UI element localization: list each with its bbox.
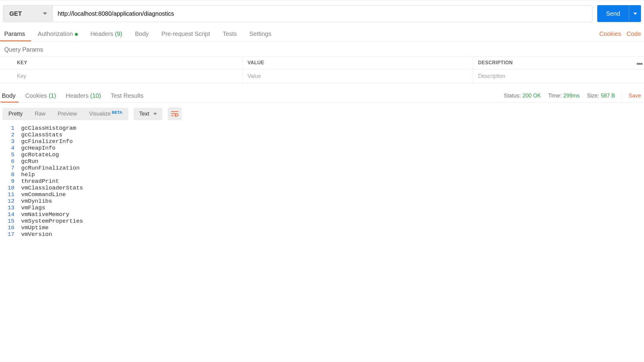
tab-body[interactable]: Body (135, 27, 149, 41)
code-line: 13vmFlags (0, 205, 644, 211)
tab-count: (1) (47, 92, 56, 99)
tab-pre-request-script[interactable]: Pre-request Script (161, 27, 210, 41)
line-text: gcClassHistogram (21, 125, 76, 132)
send-dropdown-button[interactable] (629, 5, 641, 22)
size-block: Size:587 B (587, 93, 615, 99)
line-number: 7 (0, 165, 21, 171)
line-text: vmFlags (21, 205, 45, 211)
response-tab-body[interactable]: Body (2, 89, 16, 102)
response-tab-test-results[interactable]: Test Results (111, 89, 144, 102)
request-tabs-row: ParamsAuthorizationHeaders (9)BodyPre-re… (0, 27, 644, 41)
line-number: 8 (0, 171, 21, 178)
line-text: gcHeapInfo (21, 145, 56, 151)
line-text: gcRun (21, 158, 38, 165)
size-value: 587 B (601, 93, 615, 99)
view-mode-pretty[interactable]: Pretty (2, 108, 29, 120)
chevron-down-icon (153, 113, 157, 115)
code-line: 10vmClassloaderStats (0, 185, 644, 191)
line-text: vmCommandLine (21, 191, 66, 198)
code-line: 4gcHeapInfo (0, 145, 644, 151)
right-links: Cookies Code (599, 30, 641, 37)
status-value: 200 OK (522, 93, 541, 99)
view-mode-preview[interactable]: Preview (52, 108, 83, 120)
line-text: vmDynlibs (21, 198, 52, 205)
size-label: Size: (587, 93, 599, 99)
tab-count: (9) (113, 30, 122, 37)
status-block: Status:200 OK (504, 93, 541, 99)
line-number: 11 (0, 191, 21, 198)
view-mode-visualize[interactable]: VisualizeBETA (83, 108, 128, 120)
line-number: 13 (0, 205, 21, 211)
more-icon[interactable]: ••• (636, 59, 642, 68)
wrap-lines-button[interactable] (168, 107, 182, 120)
line-number: 10 (0, 185, 21, 191)
body-format-select[interactable]: Text (134, 108, 162, 120)
qp-key-input[interactable]: Key (0, 69, 243, 83)
response-tabs: BodyCookies (1)Headers (10)Test Results (1, 89, 145, 102)
http-method-select[interactable]: GET (3, 5, 53, 22)
code-line: 15vmSystemProperties (0, 218, 644, 224)
tab-settings[interactable]: Settings (250, 27, 271, 41)
response-body-code[interactable]: 1gcClassHistogram2gcClassStats3gcFinaliz… (0, 125, 644, 238)
response-meta: Status:200 OK Time:299ms Size:587 B Save (504, 91, 644, 101)
body-format-label: Text (139, 111, 149, 117)
tab-count: (10) (88, 92, 101, 99)
line-number: 17 (0, 231, 21, 238)
query-params-table: KEY VALUE DESCRIPTION ••• Key Value Desc… (0, 56, 644, 83)
status-dot-icon (75, 33, 78, 36)
line-number: 6 (0, 158, 21, 165)
response-bar: BodyCookies (1)Headers (10)Test Results … (0, 89, 644, 103)
line-text: gcRotateLog (21, 151, 59, 158)
code-line: 17vmVersion (0, 231, 644, 238)
line-number: 12 (0, 198, 21, 205)
chevron-down-icon (633, 13, 637, 15)
code-line: 16vmUptime (0, 224, 644, 231)
code-line: 6gcRun (0, 158, 644, 165)
line-text: gcClassStats (21, 132, 62, 138)
send-button-group: Send (597, 5, 641, 22)
request-bar: GET Send (0, 0, 644, 27)
line-number: 14 (0, 211, 21, 218)
url-input[interactable] (53, 5, 592, 22)
code-link[interactable]: Code (626, 30, 641, 37)
line-number: 15 (0, 218, 21, 224)
line-number: 5 (0, 151, 21, 158)
wrap-icon (171, 111, 179, 117)
query-params-row[interactable]: Key Value Description (0, 69, 644, 83)
line-text: vmVersion (21, 231, 52, 238)
line-number: 16 (0, 224, 21, 231)
query-params-title: Query Params (0, 41, 644, 56)
code-line: 11vmCommandLine (0, 191, 644, 198)
code-line: 14vmNativeMemory (0, 211, 644, 218)
http-method-label: GET (9, 10, 22, 17)
tab-headers[interactable]: Headers (9) (91, 27, 123, 41)
code-line: 5gcRotateLog (0, 151, 644, 158)
code-line: 12vmDynlibs (0, 198, 644, 205)
response-tab-cookies[interactable]: Cookies (1) (25, 89, 56, 102)
tab-params[interactable]: Params (4, 27, 25, 41)
line-text: vmSystemProperties (21, 218, 83, 224)
line-number: 4 (0, 145, 21, 151)
body-view-controls: PrettyRawPreviewVisualizeBETA Text (0, 103, 644, 125)
tab-authorization[interactable]: Authorization (38, 27, 78, 41)
qp-value-input[interactable]: Value (243, 69, 473, 83)
view-mode-raw[interactable]: Raw (29, 108, 52, 120)
code-line: 9threadPrint (0, 178, 644, 185)
time-label: Time: (548, 93, 562, 99)
line-text: threadPrint (21, 178, 59, 185)
cookies-link[interactable]: Cookies (599, 30, 621, 37)
tab-tests[interactable]: Tests (223, 27, 237, 41)
qp-description-input[interactable]: Description (473, 69, 644, 83)
time-value: 299ms (563, 93, 580, 99)
beta-badge: BETA (112, 110, 122, 115)
line-text: gcRunFinalization (21, 165, 80, 171)
send-button[interactable]: Send (597, 5, 629, 22)
body-view-mode-group: PrettyRawPreviewVisualizeBETA (2, 108, 128, 120)
code-line: 8help (0, 171, 644, 178)
response-tab-headers[interactable]: Headers (10) (66, 89, 101, 102)
save-response-button[interactable]: Save (622, 91, 641, 101)
line-text: help (21, 171, 35, 178)
chevron-down-icon (43, 12, 47, 15)
line-number: 2 (0, 132, 21, 138)
query-params-header-row: KEY VALUE DESCRIPTION ••• (0, 56, 644, 69)
